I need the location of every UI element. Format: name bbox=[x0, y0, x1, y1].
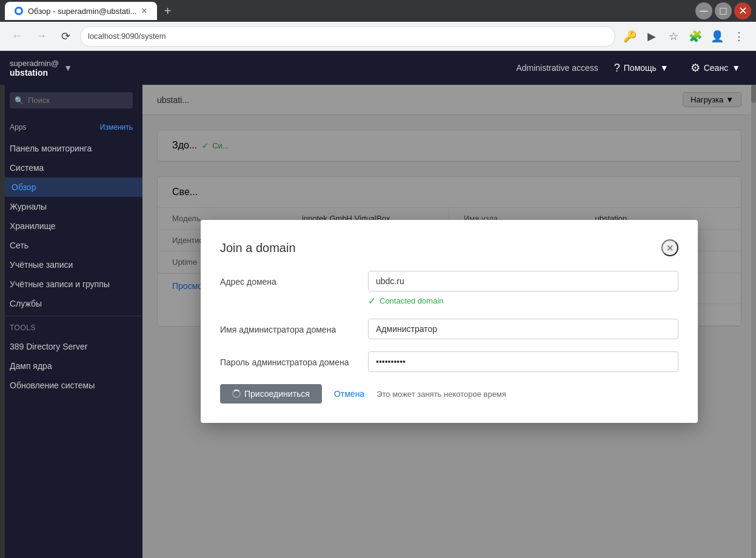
help-button[interactable]: ? Помощь ▼ bbox=[608, 58, 675, 78]
sidebar-item-users[interactable]: Учётные записи bbox=[0, 255, 142, 274]
password-icon[interactable]: 🔑 bbox=[620, 27, 640, 46]
user-menu[interactable]: superadmin@ ubstation ▼ bbox=[10, 59, 72, 78]
sidebar-storage-label: Хранилище bbox=[10, 221, 56, 231]
tab-bar: Обзор - superadmin@ubstati... × + bbox=[5, 2, 691, 20]
address-bar[interactable]: localhost:9090/system bbox=[80, 26, 615, 47]
check-circle-icon: ✓ bbox=[368, 295, 376, 307]
sidebar-item-network[interactable]: Сеть bbox=[0, 236, 142, 255]
admin-name-row: Имя администратора домена bbox=[220, 319, 678, 339]
sidebar-divider bbox=[0, 316, 142, 316]
session-icon: ⚙ bbox=[691, 61, 700, 75]
tools-section-label: Tools bbox=[0, 319, 142, 337]
tab-favicon bbox=[15, 7, 23, 15]
admin-name-input[interactable] bbox=[368, 319, 678, 339]
sidebar-logs-label: Журналы bbox=[10, 202, 47, 211]
loading-spinner bbox=[232, 390, 241, 398]
sidebar-item-system-update[interactable]: Обновление системы bbox=[0, 376, 142, 395]
apps-section-header: Apps Изменить bbox=[0, 121, 142, 134]
sidebar-389ds-label: 389 Directory Server bbox=[10, 342, 87, 351]
forward-button[interactable]: → bbox=[32, 27, 51, 46]
browser-titlebar: Обзор - superadmin@ubstati... × + ─ □ ✕ bbox=[0, 0, 756, 22]
admin-password-input[interactable] bbox=[368, 351, 678, 372]
sidebar-kernel-dump-label: Дамп ядра bbox=[10, 361, 52, 371]
modal-footer: Присоединиться Отмена Это может занять н… bbox=[220, 384, 678, 404]
browser-window-controls: ─ □ ✕ bbox=[695, 1, 751, 21]
menu-icon[interactable]: ⋮ bbox=[729, 27, 749, 46]
tab-title: Обзор - superadmin@ubstati... bbox=[28, 7, 136, 16]
sidebar-item-overview[interactable]: Обзор bbox=[0, 178, 142, 197]
browser-toolbar: ← → ⟳ localhost:9090/system 🔑 ▶ ☆ 🧩 👤 ⋮ bbox=[0, 22, 756, 51]
cast-icon[interactable]: ▶ bbox=[642, 27, 661, 46]
cancel-button[interactable]: Отмена bbox=[332, 384, 367, 404]
sidebar-scrollbar[interactable] bbox=[0, 85, 5, 558]
content-area: ubstati... Нагрузка ▼ Здо... bbox=[142, 85, 756, 558]
app-header: superadmin@ ubstation ▼ Administrative a… bbox=[0, 51, 756, 85]
bookmark-icon[interactable]: ☆ bbox=[664, 27, 683, 46]
admin-password-label: Пароль администратора домена bbox=[220, 351, 353, 367]
help-dropdown-icon: ▼ bbox=[660, 63, 669, 73]
session-label: Сеанс bbox=[704, 63, 728, 73]
modal-header: Join a domain × bbox=[220, 239, 678, 256]
contacted-domain-label: Contacted domain bbox=[380, 296, 444, 305]
user-dropdown-icon: ▼ bbox=[64, 63, 72, 73]
reload-button[interactable]: ⟳ bbox=[56, 27, 75, 46]
tab-close-button[interactable]: × bbox=[141, 5, 147, 16]
apps-section: Apps Изменить bbox=[0, 116, 142, 139]
sidebar-system-label: Система bbox=[10, 163, 44, 173]
modal-close-button[interactable]: × bbox=[661, 239, 678, 256]
user-host: ubstation bbox=[10, 68, 59, 78]
sidebar-item-kernel-dump[interactable]: Дамп ядра bbox=[0, 356, 142, 376]
session-dropdown-icon: ▼ bbox=[732, 63, 740, 73]
sidebar-services-label: Службы bbox=[10, 299, 42, 308]
sidebar-item-services[interactable]: Службы bbox=[0, 294, 142, 313]
join-domain-modal: Join a domain × Адрес домена ✓ bbox=[201, 220, 698, 423]
domain-address-input[interactable] bbox=[368, 271, 678, 291]
admin-name-label: Имя администратора домена bbox=[220, 319, 353, 334]
extensions-icon[interactable]: 🧩 bbox=[686, 27, 705, 46]
admin-password-row: Пароль администратора домена bbox=[220, 351, 678, 372]
minimize-button[interactable]: ─ bbox=[695, 2, 712, 19]
sidebar-system-update-label: Обновление системы bbox=[10, 380, 95, 390]
domain-address-label: Адрес домена bbox=[220, 271, 353, 287]
apps-label: Apps bbox=[10, 123, 26, 131]
new-tab-button[interactable]: + bbox=[159, 2, 176, 19]
sidebar-monitoring-label: Панель мониторинга bbox=[10, 144, 92, 153]
active-tab[interactable]: Обзор - superadmin@ubstati... × bbox=[5, 2, 157, 20]
close-button[interactable]: ✕ bbox=[734, 2, 751, 19]
join-button[interactable]: Присоединиться bbox=[220, 384, 322, 404]
join-button-label: Присоединиться bbox=[244, 389, 310, 399]
domain-address-field: ✓ Contacted domain bbox=[368, 271, 678, 307]
cancel-button-label: Отмена bbox=[334, 389, 364, 399]
user-login: superadmin@ bbox=[10, 59, 59, 68]
maximize-button[interactable]: □ bbox=[715, 2, 732, 19]
sidebar-search-section bbox=[0, 85, 142, 116]
modal-close-icon: × bbox=[666, 241, 674, 255]
sidebar: Apps Изменить Панель мониторинга Система… bbox=[0, 85, 142, 558]
sidebar-item-389ds[interactable]: 389 Directory Server bbox=[0, 337, 142, 356]
modal-title: Join a domain bbox=[220, 241, 296, 255]
session-button[interactable]: ⚙ Сеанс ▼ bbox=[684, 58, 746, 78]
sidebar-item-logs[interactable]: Журналы bbox=[0, 197, 142, 216]
sidebar-overview-label: Обзор bbox=[12, 182, 36, 192]
user-info: superadmin@ ubstation bbox=[10, 59, 59, 78]
sidebar-item-users-groups[interactable]: Учётные записи и группы bbox=[0, 274, 142, 294]
search-wrapper bbox=[10, 92, 133, 108]
admin-password-field bbox=[368, 351, 678, 372]
help-label: Помощь bbox=[624, 63, 657, 73]
admin-access-label: Administrative access bbox=[516, 63, 598, 73]
back-button[interactable]: ← bbox=[7, 27, 27, 46]
sidebar-item-system[interactable]: Система bbox=[0, 158, 142, 178]
admin-name-field bbox=[368, 319, 678, 339]
apps-edit-button[interactable]: Изменить bbox=[100, 123, 133, 131]
search-input[interactable] bbox=[10, 92, 133, 108]
main-area: Apps Изменить Панель мониторинга Система… bbox=[0, 85, 756, 558]
app-container: superadmin@ ubstation ▼ Administrative a… bbox=[0, 51, 756, 558]
toolbar-actions: 🔑 ▶ ☆ 🧩 👤 ⋮ bbox=[620, 27, 749, 46]
sidebar-item-monitoring[interactable]: Панель мониторинга bbox=[0, 139, 142, 158]
url-text: localhost:9090/system bbox=[88, 32, 166, 41]
domain-address-row: Адрес домена ✓ Contacted domain bbox=[220, 271, 678, 307]
profile-icon[interactable]: 👤 bbox=[707, 27, 727, 46]
help-icon: ? bbox=[614, 62, 620, 75]
contacted-domain-status: ✓ Contacted domain bbox=[368, 295, 678, 307]
sidebar-item-storage[interactable]: Хранилище bbox=[0, 216, 142, 236]
